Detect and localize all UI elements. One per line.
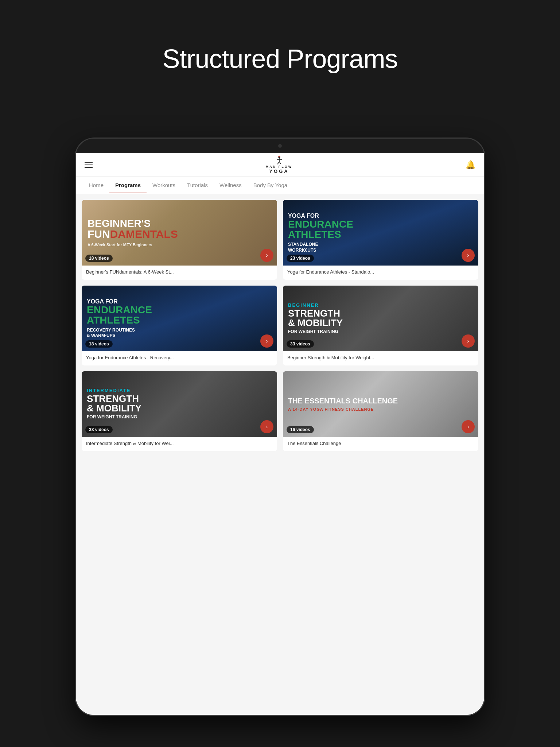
nav-tabs: Home Programs Workouts Tutorials Wellnes… [76,177,484,194]
app-logo: MAN FLOW YOGA [266,155,293,174]
video-count-endurance-recovery: 18 videos [85,340,113,348]
tablet-top-bar [76,139,484,153]
tab-wellness[interactable]: Wellness [214,178,248,193]
program-card-strength-intermediate[interactable]: INTERMEDIATE STRENGTH & MOBILITY FOR WEI… [82,371,277,451]
arrow-button-strength-beginner[interactable]: › [462,334,475,348]
tablet-camera [278,144,282,148]
thumb-title-beginners: BEGINNER'S [88,218,271,229]
program-title-strength-intermediate: Intermediate Strength & Mobility for Wei… [82,437,277,451]
app-header: MAN FLOW YOGA 🔔 [76,153,484,177]
tab-body-by-yoga[interactable]: Body By Yoga [248,178,293,193]
arrow-button-endurance-recovery[interactable]: › [260,334,273,348]
arrow-button-beginners[interactable]: › [260,249,273,262]
video-count-beginners: 18 videos [85,255,113,262]
arrow-button-strength-intermediate[interactable]: › [260,420,273,433]
program-card-endurance-recovery[interactable]: YOGA FOR ENDURANCE ATHLETES RECOVERY ROU… [82,286,277,365]
arrow-button-essentials[interactable]: › [462,420,475,433]
program-title-essentials: The Essentials Challenge [283,437,478,451]
tablet-screen: MAN FLOW YOGA 🔔 Home Programs Workouts T… [76,153,484,715]
content-area: BEGINNER'S FUNdamentals A 6-Week Start f… [76,194,484,715]
logo-icon [274,155,284,165]
video-count-endurance-standalone: 23 videos [287,255,314,262]
program-title-beginners: Beginner's FUNdamentals: A 6-Week St... [82,266,277,280]
thumbnail-strength-intermediate: INTERMEDIATE STRENGTH & MOBILITY FOR WEI… [82,371,277,437]
svg-line-3 [277,162,279,165]
tab-workouts[interactable]: Workouts [147,178,181,193]
arrow-button-endurance-standalone[interactable]: › [462,249,475,262]
program-title-endurance-recovery: Yoga for Endurance Athletes - Recovery..… [82,351,277,365]
page-title: Structured Programs [0,44,560,74]
thumbnail-endurance-standalone: YOGA FOR ENDURANCE ATHLETES STANDALONEWO… [283,200,478,266]
program-card-essentials[interactable]: THE ESSENTIALS CHALLENGE A 14-DAY YOGA F… [283,371,478,451]
notification-bell-icon[interactable]: 🔔 [466,160,475,170]
thumbnail-strength-beginner: BEGINNER STRENGTH & MOBILITY FOR WEIGHT … [283,286,478,351]
thumbnail-beginners: BEGINNER'S FUNdamentals A 6-Week Start f… [82,200,277,266]
programs-grid: BEGINNER'S FUNdamentals A 6-Week Start f… [82,200,478,451]
program-card-strength-beginner[interactable]: BEGINNER STRENGTH & MOBILITY FOR WEIGHT … [283,286,478,365]
svg-line-4 [279,162,281,165]
thumb-fun-line: FUNdamentals [88,229,271,240]
program-card-beginners[interactable]: BEGINNER'S FUNdamentals A 6-Week Start f… [82,200,277,280]
svg-marker-5 [278,156,280,157]
logo-text-line2: YOGA [269,169,289,174]
tab-tutorials[interactable]: Tutorials [181,178,214,193]
program-title-strength-beginner: Beginner Strength & Mobility for Weight.… [283,351,478,365]
tablet-device: MAN FLOW YOGA 🔔 Home Programs Workouts T… [76,139,484,715]
page-header: Structured Programs [0,0,560,96]
video-count-strength-intermediate: 33 videos [85,426,113,433]
tab-programs[interactable]: Programs [109,178,147,193]
thumbnail-endurance-recovery: YOGA FOR ENDURANCE ATHLETES RECOVERY ROU… [82,286,277,351]
program-title-endurance-standalone: Yoga for Endurance Athletes - Standalo..… [283,266,478,280]
tab-home[interactable]: Home [83,178,109,193]
program-card-endurance-standalone[interactable]: YOGA FOR ENDURANCE ATHLETES STANDALONEWO… [283,200,478,280]
video-count-strength-beginner: 33 videos [287,340,314,348]
hamburger-menu-icon[interactable] [85,162,93,168]
video-count-essentials: 16 videos [287,426,314,433]
thumbnail-essentials: THE ESSENTIALS CHALLENGE A 14-DAY YOGA F… [283,371,478,437]
thumb-tagline-beginners: A 6-Week Start for MFY Beginners [88,243,271,247]
